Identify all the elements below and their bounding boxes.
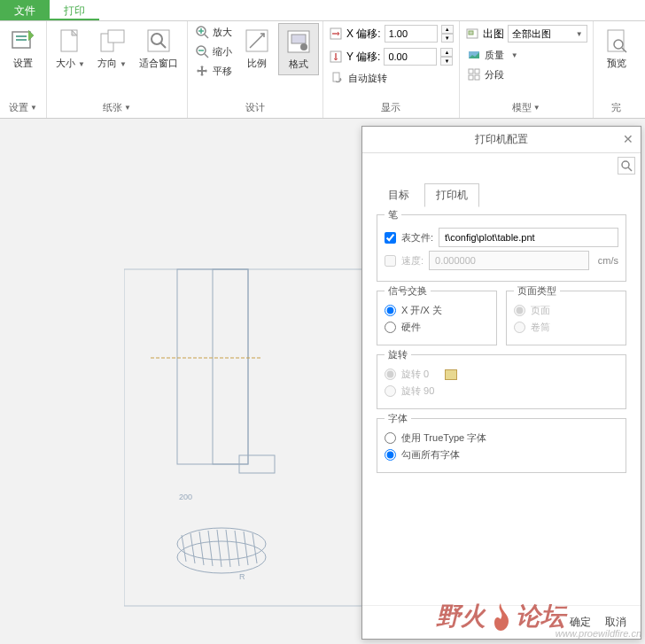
drawing-content: 200 R [124, 252, 372, 624]
svg-line-49 [235, 531, 239, 566]
table-file-checkbox[interactable] [385, 232, 396, 244]
radio-drawall[interactable] [385, 449, 396, 461]
top-tab-bar: 文件 打印 [0, 0, 645, 21]
dialog-titlebar[interactable]: 打印机配置 ✕ [362, 127, 641, 153]
svg-line-54 [628, 167, 632, 171]
segment-button[interactable]: 分段 [463, 66, 589, 83]
radio-rotate0 [385, 369, 396, 380]
svg-rect-24 [333, 73, 339, 81]
svg-line-47 [217, 530, 221, 567]
xonxoff-label: X 开/X 关 [401, 304, 442, 317]
page-label: 页面 [531, 304, 550, 317]
fieldset-font: 字体 使用 TrueType 字体 勾画所有字体 [377, 418, 626, 473]
zoom-out-button[interactable]: 缩小 [191, 43, 236, 60]
svg-line-8 [160, 43, 166, 48]
svg-rect-2 [16, 39, 27, 41]
svg-rect-5 [108, 30, 124, 43]
svg-line-48 [226, 530, 230, 567]
radio-roll [514, 322, 525, 333]
x-offset-label: X 偏移: [346, 27, 381, 42]
y-offset-input[interactable] [384, 48, 437, 66]
x-offset-input[interactable] [385, 25, 438, 43]
fieldset-signal: 信号交换 X 开/X 关 硬件 [377, 291, 497, 345]
hardware-label: 硬件 [401, 321, 421, 334]
segment-icon [467, 67, 481, 81]
y-offset-up[interactable]: ▲ [440, 48, 453, 57]
dialog-footer: 确定 取消 [362, 605, 641, 639]
auto-rotate-button[interactable]: 自动旋转 [327, 69, 455, 87]
plot-select[interactable]: 全部出图▼ [508, 25, 587, 43]
svg-line-51 [253, 533, 257, 563]
folder-icon [445, 369, 457, 380]
legend-signal: 信号交换 [385, 284, 431, 298]
dialog-search-button[interactable] [618, 157, 635, 175]
quality-button[interactable]: 质量▼ [463, 46, 589, 64]
x-offset-up[interactable]: ▲ [441, 25, 454, 34]
tab-print[interactable]: 打印 [50, 0, 99, 20]
pan-icon [195, 64, 209, 78]
fit-window-button[interactable]: 适合窗口 [134, 23, 183, 74]
ribbon: 设置 设置▼ 大小 ▼ 方向 ▼ [0, 21, 645, 119]
cancel-button[interactable]: 取消 [605, 615, 626, 630]
group-label-paper: 纸张▼ [51, 99, 183, 116]
ribbon-group-paper: 大小 ▼ 方向 ▼ 适合窗口 纸张▼ [47, 21, 188, 118]
fit-window-icon [144, 27, 173, 55]
dialog-tabs: 目标 打印机 [362, 178, 641, 207]
y-offset-down[interactable]: ▼ [440, 57, 453, 66]
radio-hardware[interactable] [385, 322, 396, 333]
zoom-out-icon [195, 44, 209, 58]
svg-point-41 [177, 528, 266, 560]
speed-unit: cm/s [598, 255, 618, 266]
quality-icon [467, 48, 481, 62]
truetype-label: 使用 TrueType 字体 [401, 431, 486, 445]
svg-rect-31 [475, 75, 479, 80]
format-icon [284, 27, 313, 56]
auto-rotate-icon [330, 71, 345, 85]
printer-config-dialog: 打印机配置 ✕ 目标 打印机 笔 表文件: 速度: cm/s [361, 126, 641, 640]
x-offset-down[interactable]: ▼ [441, 34, 454, 43]
svg-point-53 [622, 161, 629, 168]
svg-line-44 [190, 533, 195, 563]
scale-button[interactable]: 比例 [237, 23, 276, 74]
ok-button[interactable]: 确定 [570, 615, 591, 630]
tab-file[interactable]: 文件 [0, 0, 50, 20]
dialog-close-button[interactable]: ✕ [623, 132, 633, 146]
settings-button[interactable]: 设置 [4, 23, 43, 74]
fieldset-pagetype: 页面类型 页面 卷筒 [506, 291, 626, 345]
y-offset-icon [329, 50, 343, 64]
tab-target[interactable]: 目标 [377, 183, 421, 207]
format-button[interactable]: 格式 [278, 23, 319, 75]
preview-button[interactable]: 预览 [597, 23, 636, 74]
zoom-in-button[interactable]: 放大 [191, 23, 236, 41]
roll-label: 卷筒 [531, 321, 550, 334]
svg-line-50 [244, 531, 248, 565]
radio-xonxoff[interactable] [385, 305, 396, 316]
table-file-input[interactable] [439, 228, 618, 247]
y-offset-label: Y 偏移: [346, 50, 380, 65]
orient-label: 方向 ▼ [97, 57, 127, 70]
zoom-in-icon [195, 25, 209, 39]
preview-label: 预览 [607, 57, 626, 70]
group-label-display: 显示 [327, 99, 455, 116]
tab-printer[interactable]: 打印机 [424, 183, 479, 207]
speed-checkbox [385, 255, 396, 267]
table-file-label: 表文件: [401, 231, 433, 244]
fieldset-rotate: 旋转 旋转 0 旋转 90 [377, 354, 626, 409]
radio-rotate90 [385, 385, 396, 397]
fieldset-pen: 笔 表文件: 速度: cm/s [377, 214, 626, 282]
dialog-title-text: 打印机配置 [475, 132, 528, 147]
size-button[interactable]: 大小 ▼ [51, 23, 90, 74]
pan-button[interactable]: 平移 [191, 62, 236, 80]
svg-rect-30 [469, 75, 473, 80]
plot-label: 出图 [483, 27, 504, 42]
page-size-icon [56, 27, 84, 55]
svg-line-45 [199, 531, 204, 565]
orient-icon [97, 27, 126, 55]
svg-rect-29 [475, 69, 479, 74]
orient-button[interactable]: 方向 ▼ [92, 23, 132, 74]
group-label-settings: 设置▼ [4, 99, 43, 116]
svg-rect-1 [16, 35, 27, 37]
svg-point-19 [300, 43, 307, 50]
radio-truetype[interactable] [385, 432, 396, 444]
dialog-body: 笔 表文件: 速度: cm/s 信号交换 X 开/X 关 [362, 207, 641, 605]
